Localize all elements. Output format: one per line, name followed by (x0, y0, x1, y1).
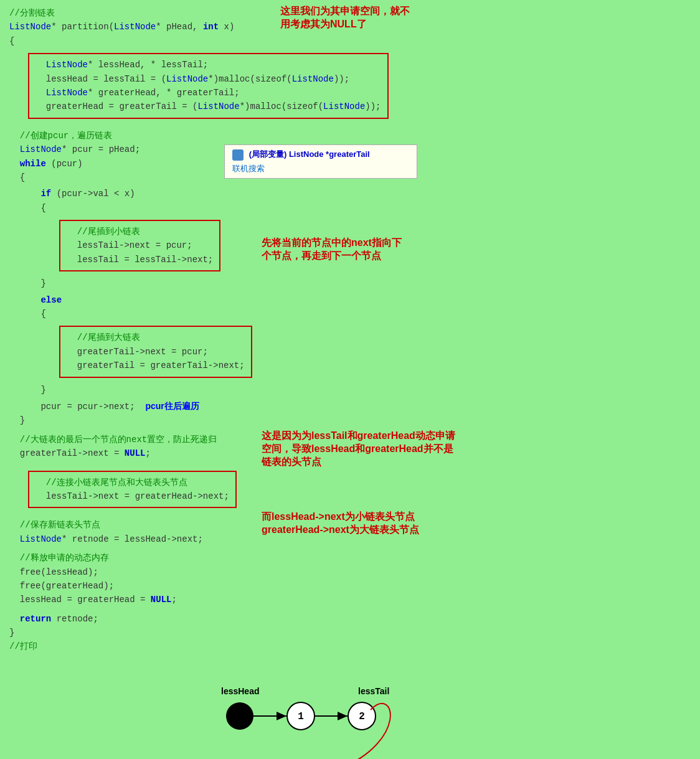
ann-lower1-line2: 空间，导致lessHead和greaterHead并不是 (262, 443, 498, 456)
line-lesstail-advance: lessTail = lessTail->next; (67, 253, 213, 266)
annotation-lower-right2: 而lessHead->next为小链表头节点 greaterHead->next… (262, 511, 498, 537)
tooltip-search-link[interactable]: 联机搜索 (232, 164, 265, 173)
line-comment-connect: //连接小链表尾节点和大链表头节点 (35, 476, 229, 489)
ann-mid-line1: 先将当前的节点中的next指向下 (262, 237, 461, 250)
code-set-null: lessHead = greaterHead = NULL; (9, 593, 691, 606)
code-free-less: free(lessHead); (9, 565, 691, 579)
line-comment-less: //尾插到小链表 (67, 225, 213, 238)
code-block: //分割链表 ListNode* partition(ListNode* pHe… (9, 6, 691, 654)
code-else: else (9, 293, 691, 307)
code-else-brace: { (9, 307, 691, 321)
code-if: if (pcur->val < x) (9, 187, 691, 200)
line-lesstail-next: lessTail->next = pcur; (67, 238, 213, 252)
code-func-close: } (9, 626, 691, 639)
ann-lower1-line1: 这是因为为lessTail和greaterHead动态申请 (262, 430, 498, 443)
red-box-3-content: //尾插到大链表 greaterTail->next = pcur; great… (59, 326, 252, 377)
red-box-4: //连接小链表尾节点和大链表头节点 lessTail->next = great… (9, 468, 691, 511)
code-comment-free: //释放申请的动态内存 (9, 551, 691, 565)
line-greatertail-next: greaterTail->next = pcur; (67, 345, 245, 359)
code-comment-traverse: //创建pcur，遍历链表 (9, 129, 691, 143)
tooltip-content: (局部变量) ListNode *greaterTail (232, 149, 409, 161)
code-free-greater: free(greaterHead); (9, 579, 691, 593)
lessdummy-node (226, 702, 253, 730)
label-lesshead: lessHead (221, 686, 259, 696)
annotation-lower-right1: 这是因为为lessTail和greaterHead动态申请 空间，导致lessH… (262, 430, 498, 469)
line-comment-greater: //尾插到大链表 (67, 331, 245, 344)
code-else-close-brace: } (9, 383, 691, 397)
red-box-2-content: //尾插到小链表 lessTail->next = pcur; lessTail… (59, 220, 220, 271)
code-brace-open: { (9, 34, 691, 48)
code-func-sig: ListNode* partition(ListNode* pHead, int… (9, 20, 691, 34)
tooltip-box: (局部变量) ListNode *greaterTail 联机搜索 (224, 144, 417, 179)
line-lesshead-decl: ListNode* lessHead, * lessTail; (35, 58, 381, 72)
code-comment-partition: //分割链表 (9, 6, 691, 20)
node-1-label: 1 (298, 711, 304, 722)
tooltip-icon (232, 149, 244, 161)
code-pcur-advance: pcur = pcur->next; pcur往后遍历 (9, 399, 691, 413)
ann-lower2-line2: greaterHead->next为大链表头节点 (262, 524, 498, 537)
label-lesstail: lessTail (358, 686, 389, 696)
code-comment-print: //打印 (9, 639, 691, 653)
annotation-middle-right: 先将当前的节点中的next指向下 个节点，再走到下一个节点 (262, 237, 461, 263)
red-box-3: //尾插到大链表 greaterTail->next = pcur; great… (9, 323, 691, 380)
main-container: 这里我们为其申请空间，就不 用考虑其为NULL了 //分割链表 ListNode… (0, 0, 700, 759)
diagram-area: lessHead lessTail 1 2 greaterHead greate… (9, 660, 691, 759)
code-if-brace: { (9, 201, 691, 215)
ann-lower2-line1: 而lessHead->next为小链表头节点 (262, 511, 498, 524)
line-greaterhead-decl: ListNode* greaterHead, * greaterTail; (35, 86, 381, 100)
line-lesshead-init: lessHead = lessTail = (ListNode*)malloc(… (35, 72, 381, 86)
code-while-close: } (9, 413, 691, 427)
line-greaterhead-init: greaterHead = greaterTail = (ListNode*)m… (35, 100, 381, 113)
code-return: return retnode; (9, 612, 691, 626)
ann-mid-line2: 个节点，再走到下一个节点 (262, 250, 461, 263)
red-box-4-content: //连接小链表尾节点和大链表头节点 lessTail->next = great… (28, 471, 237, 509)
line-greatertail-advance: greaterTail = greaterTail->next; (67, 359, 245, 372)
red-box-1: ListNode* lessHead, * lessTail; lessHead… (9, 50, 691, 121)
line-connect: lessTail->next = greaterHead->next; (35, 489, 229, 503)
red-box-1-content: ListNode* lessHead, * lessTail; lessHead… (28, 53, 389, 119)
tooltip-title: (局部变量) ListNode *greaterTail (249, 149, 370, 159)
diagram-svg: lessHead lessTail 1 2 greaterHead greate… (9, 660, 694, 759)
code-if-close-brace: } (9, 276, 691, 290)
ann-lower1-line3: 链表的头节点 (262, 456, 498, 469)
node-2-label: 2 (359, 711, 365, 722)
